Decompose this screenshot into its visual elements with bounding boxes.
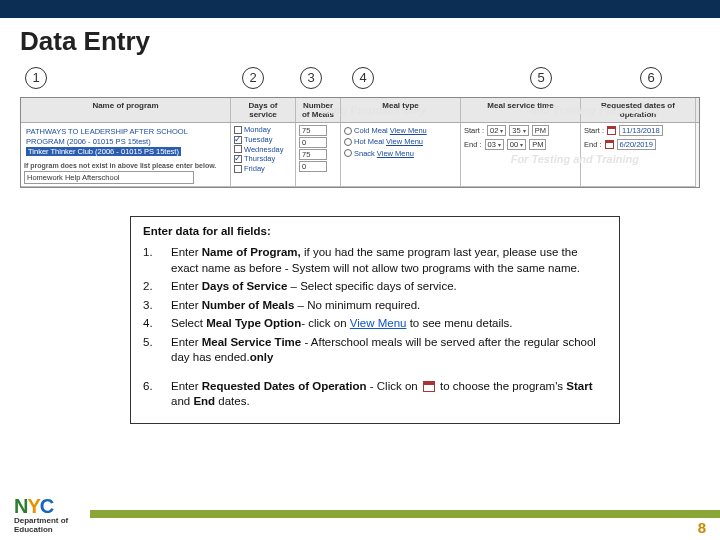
meals-input[interactable]: 75 [299,125,327,136]
start-date-label: Start : [584,126,604,135]
start-date-value[interactable]: 11/13/2018 [619,125,663,136]
instruction-number: 3. [143,298,157,314]
callout-5: 5 [530,67,552,89]
slide-footer: NYC Department of Education 8 [0,496,720,540]
callout-1: 1 [25,67,47,89]
col-header-meals: Number of Meals [296,98,341,122]
radio-cold-meal[interactable] [344,127,352,135]
instruction-text: Enter Meal Service Time - Afterschool me… [171,335,607,366]
table-row: PATHWAYS TO LEADERSHIP AFTER SCHOOL PROG… [21,123,699,187]
instruction-number: 6. [143,379,157,410]
instruction-item: 3.Enter Number of Meals – No minimum req… [143,298,607,314]
end-min-select[interactable]: 00▾ [507,139,526,150]
number-of-meals-cell: 75 0 75 0 [296,123,341,187]
calendar-icon[interactable] [605,140,614,149]
requested-dates-cell: Start : 11/13/2018 End : 6/20/2019 [581,123,696,187]
col-header-mealtype: Meal type [341,98,461,122]
page-number: 8 [698,519,706,536]
meal-service-time-cell: Start : 02▾ 35▾ PM End : 03▾ 00▾ PM [461,123,581,187]
program-name-input[interactable]: Homework Help Afterschool [24,171,194,184]
end-date-label: End : [584,140,602,149]
start-time-label: Start : [464,126,484,135]
end-date-value[interactable]: 6/20/2019 [617,139,656,150]
col-header-dates: Requested dates of operation [581,98,696,122]
table-header-row: Name of program Days of service Number o… [21,98,699,123]
start-hour-select[interactable]: 02▾ [487,125,506,136]
instruction-text: Enter Name of Program, if you had the sa… [171,245,607,276]
instruction-text: Enter Days of Service – Select specific … [171,279,607,295]
calendar-icon[interactable] [607,126,616,135]
instruction-number: 1. [143,245,157,276]
nyc-doe-logo: NYC Department of Education [14,496,68,534]
instruction-item: 2.Enter Days of Service – Select specifi… [143,279,607,295]
instruction-number: 2. [143,279,157,295]
instruction-item: 1.Enter Name of Program, if you had the … [143,245,607,276]
end-hour-select[interactable]: 03▾ [485,139,504,150]
data-entry-form-screenshot: ining Purposes only and Training Purpose… [20,97,700,188]
instruction-text: Select Meal Type Option- click on View M… [171,316,607,332]
checkbox-thursday[interactable] [234,155,242,163]
view-menu-link[interactable]: View Menu [386,136,423,147]
end-time-label: End : [464,140,482,149]
meals-input[interactable]: 0 [299,161,327,172]
meals-input[interactable]: 75 [299,149,327,160]
col-header-time: Meal service time [461,98,581,122]
radio-hot-meal[interactable] [344,138,352,146]
callout-6: 6 [640,67,662,89]
view-menu-link[interactable]: View Menu [377,148,414,159]
column-callout-numbers: 1 2 3 4 5 6 [20,67,700,95]
checkbox-tuesday[interactable] [234,136,242,144]
page-title: Data Entry [20,26,700,57]
meal-type-cell: Cold Meal View Menu Hot Meal View Menu S… [341,123,461,187]
instruction-item: 4.Select Meal Type Option- click on View… [143,316,607,332]
view-menu-link[interactable]: View Menu [350,317,407,329]
callout-3: 3 [300,67,322,89]
days-of-service-cell: Monday Tuesday Wednesday Thursday Friday [231,123,296,187]
start-ampm-select[interactable]: PM [532,125,549,136]
slide-top-bar [0,0,720,18]
instruction-number: 4. [143,316,157,332]
checkbox-friday[interactable] [234,165,242,173]
col-header-days: Days of service [231,98,296,122]
program-option-selected[interactable]: Tinker Thinker Club (2006 - 01015 PS 15t… [26,147,181,157]
radio-snack[interactable] [344,149,352,157]
footer-accent-bar [90,510,720,518]
start-min-select[interactable]: 35▾ [509,125,528,136]
instruction-text: Enter Requested Dates of Operation - Cli… [171,379,607,410]
instructions-box: Enter data for all fields: 1.Enter Name … [130,216,620,424]
callout-4: 4 [352,67,374,89]
instruction-number: 5. [143,335,157,366]
program-listbox[interactable]: PATHWAYS TO LEADERSHIP AFTER SCHOOL PROG… [24,125,227,158]
instruction-item: 6.Enter Requested Dates of Operation - C… [143,379,607,410]
instructions-heading: Enter data for all fields: [143,225,607,237]
instruction-text: Enter Number of Meals – No minimum requi… [171,298,607,314]
calendar-icon [423,381,435,392]
callout-2: 2 [242,67,264,89]
instruction-item: 5.Enter Meal Service Time - Afterschool … [143,335,607,366]
view-menu-link[interactable]: View Menu [390,125,427,136]
program-hint-text: If program does not exist in above list … [24,162,227,169]
meals-input[interactable]: 0 [299,137,327,148]
program-option[interactable]: PATHWAYS TO LEADERSHIP AFTER SCHOOL PROG… [26,127,225,147]
end-ampm-select[interactable]: PM [529,139,546,150]
col-header-program: Name of program [21,98,231,122]
